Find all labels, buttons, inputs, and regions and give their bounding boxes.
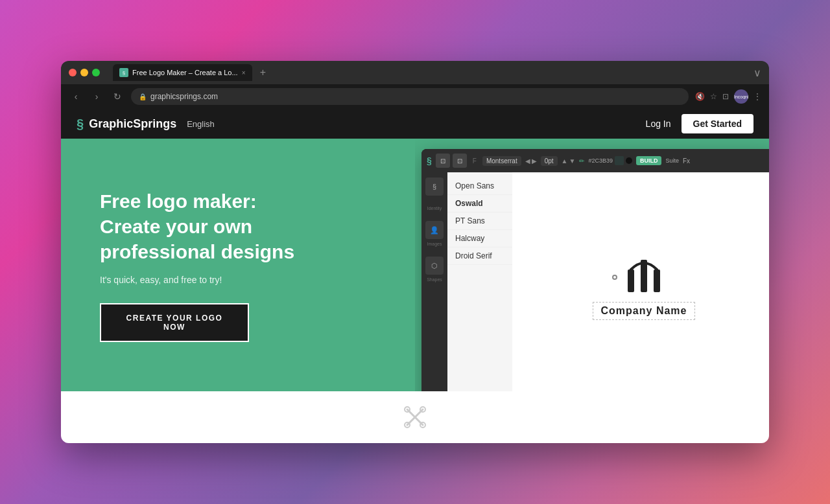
toolbar-build-button[interactable]: BUILD (636, 156, 662, 165)
browser-window: § Free Logo Maker – Create a Lo... × + ∨… (61, 61, 769, 443)
scissors-icon (402, 404, 428, 430)
toolbar-nav-btn-2[interactable]: ⊡ (453, 154, 467, 168)
tab-title: Free Logo Maker – Create a Lo... (132, 69, 238, 76)
toolbar-pencil-icon[interactable]: ✏ (579, 157, 584, 165)
get-started-button[interactable]: Get Started (682, 114, 753, 133)
toolbar-font-name[interactable]: Montserrat (482, 156, 521, 166)
refresh-button[interactable]: ↻ (110, 91, 124, 102)
hero-subtitle: It's quick, easy, and free to try! (100, 275, 389, 285)
hero-section: Free logo maker:Create your ownprofessio… (61, 139, 769, 391)
window-controls-chevron: ∨ (753, 67, 761, 79)
toolbar-color-group[interactable]: #2C3B39 (588, 156, 632, 165)
editor-preview: § ⊡ ⊡ F Montserrat ◀▶ 0pt ▲ ▼ (421, 149, 769, 391)
toolbar-nav-btn-1[interactable]: ⊡ (436, 154, 450, 168)
traffic-lights (69, 69, 100, 76)
toolbar-arrows: ◀▶ (525, 157, 537, 165)
address-bar-right: 🔇 ☆ ⊡ Incognito ⋮ (695, 89, 761, 104)
login-button[interactable]: Log In (646, 119, 671, 129)
tab-bar: § Free Logo Maker – Create a Lo... × + (113, 64, 748, 81)
sidebar-identity-label: Identity (427, 206, 442, 211)
font-panel: Open Sans Oswald PT Sans Halcway Droid S… (447, 172, 512, 391)
sidebar-images-icon[interactable]: 👤 (425, 221, 444, 239)
toolbar-suite-label: Suite (665, 157, 679, 164)
window-icon[interactable]: ⊡ (722, 92, 729, 101)
sidebar-images-label: Images (427, 242, 442, 246)
navbar-right: Log In Get Started (646, 114, 753, 133)
site-logo[interactable]: § GraphicSprings (77, 117, 176, 132)
site-logo-text: GraphicSprings (89, 117, 176, 131)
toolbar-spacing[interactable]: 0pt (541, 156, 558, 166)
profile-label: Incognito (734, 95, 748, 99)
color-swatch[interactable] (615, 156, 624, 165)
address-bar: ‹ › ↻ 🔒 graphicsprings.com 🔇 ☆ ⊡ Incogni… (61, 84, 769, 109)
sidebar-shapes-label: Shapes (427, 277, 442, 282)
back-button[interactable]: ‹ (69, 91, 83, 102)
company-name-selection: Company Name (593, 302, 696, 320)
title-bar: § Free Logo Maker – Create a Lo... × + ∨ (61, 61, 769, 84)
logo-svg (621, 257, 667, 295)
minimize-traffic-light[interactable] (80, 69, 88, 76)
lock-icon: 🔒 (139, 93, 147, 100)
site-navbar: § GraphicSprings English Log In Get Star… (61, 109, 769, 139)
svg-rect-0 (628, 269, 634, 292)
toolbar-f-label: F (473, 157, 477, 165)
website-content: § GraphicSprings English Log In Get Star… (61, 109, 769, 391)
cta-button[interactable]: CREATE YOUR LOGO NOW (100, 303, 249, 342)
toolbar-fx-button[interactable]: Fx (683, 157, 690, 165)
toolbar-nav-group: ⊡ ⊡ (436, 154, 467, 168)
hero-left: Free logo maker:Create your ownprofessio… (61, 139, 415, 391)
color-circle[interactable] (626, 157, 632, 164)
graphicsprings-logo-icon: § (77, 117, 84, 132)
bottom-section (61, 391, 769, 443)
logo-selection-dot (612, 275, 617, 280)
font-item-droidserif[interactable]: Droid Serif (447, 247, 512, 265)
tab-favicon-icon: § (119, 68, 128, 77)
editor-toolbar: § ⊡ ⊡ F Montserrat ◀▶ 0pt ▲ ▼ (421, 149, 769, 172)
sidebar-identity-icon[interactable]: § (425, 178, 444, 196)
profile-button[interactable]: Incognito (734, 89, 748, 104)
url-text: graphicsprings.com (150, 92, 218, 101)
font-item-halcway[interactable]: Halcway (447, 230, 512, 247)
menu-dots-icon[interactable]: ⋮ (753, 92, 761, 101)
forward-button[interactable]: › (89, 91, 104, 102)
url-bar[interactable]: 🔒 graphicsprings.com (131, 88, 689, 105)
hero-right: § ⊡ ⊡ F Montserrat ◀▶ 0pt ▲ ▼ (415, 139, 769, 391)
font-item-opensans[interactable]: Open Sans (447, 178, 512, 195)
editor-body: § Identity 👤 Images ⬡ Shapes Open Sans O… (421, 172, 769, 391)
new-tab-button[interactable]: + (255, 64, 272, 81)
logo-graphic (621, 257, 667, 298)
active-tab[interactable]: § Free Logo Maker – Create a Lo... × (113, 64, 252, 81)
hero-title: Free logo maker:Create your ownprofessio… (100, 189, 389, 264)
language-selector[interactable]: English (187, 119, 215, 129)
tab-close-button[interactable]: × (242, 69, 246, 76)
font-item-oswald[interactable]: Oswald (447, 195, 512, 212)
canvas-logo-group: Company Name (593, 257, 696, 320)
font-item-ptsans[interactable]: PT Sans (447, 212, 512, 230)
svg-rect-2 (654, 269, 660, 292)
sidebar-shapes-icon[interactable]: ⬡ (425, 257, 444, 275)
scissors-decoration (402, 404, 428, 430)
close-traffic-light[interactable] (69, 69, 77, 76)
canvas-area[interactable]: Company Name (512, 172, 769, 391)
mute-icon: 🔇 (695, 92, 705, 101)
editor-sidebar: § Identity 👤 Images ⬡ Shapes (421, 172, 447, 391)
toolbar-spacing-controls: ▲ ▼ (562, 157, 576, 165)
bookmark-icon[interactable]: ☆ (710, 92, 717, 101)
company-name-label: Company Name (601, 305, 687, 316)
maximize-traffic-light[interactable] (92, 69, 100, 76)
svg-rect-1 (641, 260, 647, 292)
editor-logo-icon: § (427, 155, 432, 166)
